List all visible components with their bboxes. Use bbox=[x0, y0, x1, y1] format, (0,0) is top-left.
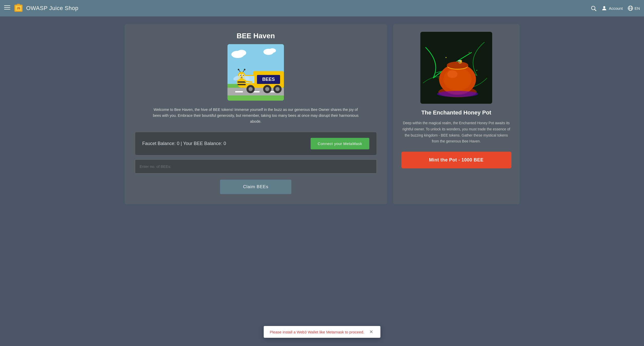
svg-rect-0 bbox=[4, 5, 10, 6]
svg-point-54 bbox=[447, 70, 458, 78]
svg-rect-1 bbox=[4, 7, 10, 8]
honey-pot-card: The Enchanted Honey Pot Deep within the … bbox=[393, 24, 520, 204]
bee-haven-description: Welcome to Bee Haven, the hive of BEE to… bbox=[151, 107, 361, 125]
nav-left: JS OWASP Juice Shop bbox=[4, 3, 590, 13]
svg-point-62 bbox=[458, 60, 461, 62]
brand-logo: JS OWASP Juice Shop bbox=[13, 3, 78, 13]
svg-line-48 bbox=[245, 81, 252, 82]
bee-count-input[interactable] bbox=[135, 159, 377, 174]
bee-haven-title: BEE Haven bbox=[236, 32, 275, 40]
svg-point-66 bbox=[438, 78, 439, 79]
account-button[interactable]: Account bbox=[601, 5, 623, 11]
svg-point-58 bbox=[437, 91, 478, 97]
bee-input-wrap bbox=[135, 159, 377, 174]
nav-right: Account EN bbox=[590, 5, 640, 11]
svg-point-33 bbox=[275, 87, 280, 91]
svg-point-29 bbox=[249, 87, 253, 91]
svg-point-64 bbox=[469, 52, 470, 53]
svg-point-41 bbox=[243, 75, 244, 76]
svg-point-53 bbox=[443, 68, 472, 91]
toast-notification: Please install a Web3 Wallet like Metama… bbox=[264, 326, 381, 338]
svg-point-31 bbox=[265, 87, 269, 91]
svg-rect-20 bbox=[235, 91, 243, 92]
bee-image: BEES bbox=[227, 44, 284, 101]
honey-pot-title: The Enchanted Honey Pot bbox=[421, 109, 491, 116]
svg-rect-6 bbox=[17, 4, 20, 5]
svg-text:JS: JS bbox=[17, 7, 20, 10]
balance-row: Faucet Balance: 0 | Your BEE Balance: 0 … bbox=[135, 132, 377, 155]
page-content: BEE Haven bbox=[117, 16, 527, 212]
svg-rect-2 bbox=[4, 9, 10, 9]
svg-point-15 bbox=[237, 50, 246, 56]
svg-line-8 bbox=[595, 9, 596, 11]
toast-message: Please install a Web3 Wallet like Metama… bbox=[270, 330, 364, 334]
honey-pot-description: Deep within the magical realm, the Encha… bbox=[401, 120, 511, 145]
svg-point-40 bbox=[240, 75, 241, 76]
svg-rect-36 bbox=[237, 84, 246, 85]
claim-bees-button[interactable]: Claim BEEs bbox=[220, 180, 292, 194]
svg-point-17 bbox=[269, 48, 276, 53]
svg-point-57 bbox=[447, 62, 468, 69]
mint-pot-button[interactable]: Mint the Pot - 1000 BEE bbox=[401, 152, 511, 168]
hamburger-icon[interactable] bbox=[4, 4, 10, 12]
navbar: JS OWASP Juice Shop Account EN bbox=[0, 0, 644, 16]
honey-pot-image bbox=[420, 32, 492, 104]
language-button[interactable]: EN bbox=[627, 5, 640, 11]
svg-point-45 bbox=[244, 69, 245, 70]
svg-text:BEES: BEES bbox=[262, 77, 275, 82]
app-title: OWASP Juice Shop bbox=[26, 5, 78, 12]
svg-point-63 bbox=[445, 57, 447, 58]
balance-text: Faucet Balance: 0 | Your BEE Balance: 0 bbox=[142, 141, 226, 146]
svg-point-65 bbox=[476, 70, 477, 71]
bee-haven-card: BEE Haven bbox=[125, 24, 387, 204]
svg-point-9 bbox=[603, 6, 605, 8]
svg-point-43 bbox=[238, 69, 239, 70]
toast-close-button[interactable]: ✕ bbox=[369, 330, 373, 334]
app-logo-icon: JS bbox=[13, 3, 24, 13]
connect-metamask-button[interactable]: Connect your MetaMask bbox=[311, 138, 369, 149]
search-icon[interactable] bbox=[590, 5, 597, 11]
lang-label: EN bbox=[635, 6, 640, 11]
account-label: Account bbox=[609, 6, 623, 11]
svg-rect-35 bbox=[237, 81, 246, 83]
